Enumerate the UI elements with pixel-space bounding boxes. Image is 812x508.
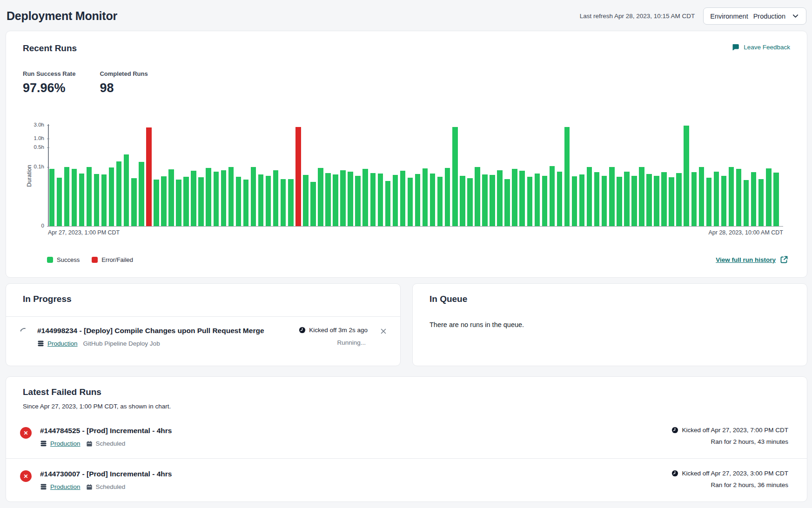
- run-bar[interactable]: [378, 174, 383, 226]
- run-bar[interactable]: [579, 174, 585, 226]
- run-bar[interactable]: [393, 175, 398, 226]
- run-bar[interactable]: [497, 170, 503, 226]
- run-bar[interactable]: [602, 176, 607, 227]
- run-bar[interactable]: [766, 168, 772, 226]
- run-bar[interactable]: [475, 167, 480, 226]
- run-bar[interactable]: [333, 174, 338, 227]
- run-bar[interactable]: [72, 169, 77, 227]
- run-bar[interactable]: [751, 172, 757, 226]
- run-bar[interactable]: [221, 170, 227, 226]
- close-icon[interactable]: [380, 328, 387, 335]
- run-bar[interactable]: [587, 167, 592, 226]
- run-bar[interactable]: [684, 126, 689, 227]
- run-bar[interactable]: [676, 173, 682, 226]
- run-bar[interactable]: [64, 167, 70, 226]
- run-bar[interactable]: [758, 179, 764, 226]
- run-bar[interactable]: [139, 162, 144, 226]
- run-bar[interactable]: [370, 173, 376, 226]
- run-bar[interactable]: [699, 167, 705, 226]
- run-bar[interactable]: [445, 168, 450, 226]
- run-bar[interactable]: [288, 179, 294, 226]
- run-bar[interactable]: [243, 180, 249, 226]
- environment-dropdown[interactable]: Environment Production: [703, 7, 806, 25]
- run-bar[interactable]: [168, 169, 174, 226]
- run-bar[interactable]: [490, 175, 495, 226]
- run-bar[interactable]: [631, 176, 637, 227]
- run-bar[interactable]: [557, 172, 563, 226]
- run-bar[interactable]: [512, 169, 517, 227]
- run-bar[interactable]: [572, 176, 577, 226]
- run-bar[interactable]: [519, 171, 525, 226]
- run-bar[interactable]: [109, 167, 114, 226]
- run-bar[interactable]: [661, 172, 667, 226]
- run-bar[interactable]: [355, 176, 361, 227]
- run-bar[interactable]: [266, 176, 271, 227]
- run-bar[interactable]: [325, 173, 331, 226]
- run-bar[interactable]: [303, 175, 309, 226]
- run-bar[interactable]: [116, 161, 122, 226]
- run-bar[interactable]: [362, 169, 368, 226]
- run-bar[interactable]: [706, 178, 712, 226]
- run-bar[interactable]: [310, 182, 316, 226]
- run-bar[interactable]: [49, 169, 55, 226]
- run-bar[interactable]: [101, 174, 107, 226]
- run-bar[interactable]: [452, 127, 458, 226]
- run-bar[interactable]: [550, 166, 555, 226]
- run-bar[interactable]: [214, 172, 219, 226]
- run-bar[interactable]: [281, 179, 286, 226]
- run-bar[interactable]: [527, 177, 533, 226]
- run-bar[interactable]: [564, 127, 570, 226]
- run-bar[interactable]: [408, 178, 413, 227]
- environment-link[interactable]: Production: [40, 440, 81, 447]
- run-bar[interactable]: [624, 172, 630, 226]
- run-bar[interactable]: [423, 168, 428, 226]
- run-bar[interactable]: [206, 168, 211, 227]
- run-bar[interactable]: [504, 179, 510, 226]
- run-bar[interactable]: [535, 174, 540, 226]
- run-bar[interactable]: [79, 174, 85, 226]
- run-bar[interactable]: [318, 168, 323, 226]
- run-bar[interactable]: [251, 167, 256, 226]
- run-bar[interactable]: [646, 174, 652, 226]
- run-bar[interactable]: [94, 174, 100, 226]
- run-bar[interactable]: [721, 176, 727, 227]
- run-bar[interactable]: [273, 170, 279, 226]
- run-bar[interactable]: [131, 178, 137, 226]
- run-bar[interactable]: [198, 177, 204, 226]
- run-bar[interactable]: [415, 174, 421, 226]
- run-bar[interactable]: [736, 169, 742, 226]
- run-bar[interactable]: [437, 177, 443, 226]
- run-bar[interactable]: [87, 167, 92, 226]
- run-bar[interactable]: [348, 172, 353, 226]
- run-bar[interactable]: [340, 170, 346, 226]
- run-bar[interactable]: [191, 171, 196, 226]
- run-bar[interactable]: [617, 177, 622, 226]
- run-bar[interactable]: [430, 174, 436, 226]
- run-bar[interactable]: [161, 176, 167, 226]
- run-bar[interactable]: [714, 172, 719, 226]
- run-bar[interactable]: [542, 176, 548, 227]
- environment-link[interactable]: Production: [37, 340, 78, 347]
- run-bar[interactable]: [400, 171, 406, 226]
- run-bar[interactable]: [385, 181, 391, 227]
- leave-feedback-link[interactable]: Leave Feedback: [731, 43, 790, 51]
- run-bar[interactable]: [467, 178, 473, 226]
- run-bar[interactable]: [124, 154, 129, 226]
- run-bar[interactable]: [154, 180, 159, 227]
- run-bar[interactable]: [744, 180, 749, 226]
- run-bar[interactable]: [729, 167, 734, 226]
- environment-link[interactable]: Production: [40, 483, 81, 490]
- run-bar[interactable]: [773, 173, 779, 226]
- run-bar[interactable]: [482, 174, 488, 226]
- run-bar[interactable]: [146, 127, 152, 226]
- run-bar[interactable]: [228, 167, 234, 226]
- run-bar[interactable]: [236, 177, 242, 226]
- run-bar[interactable]: [691, 172, 697, 226]
- run-bar[interactable]: [654, 176, 659, 227]
- run-bar[interactable]: [669, 177, 674, 226]
- run-bar[interactable]: [176, 180, 181, 226]
- run-bar[interactable]: [639, 167, 644, 226]
- run-bar[interactable]: [594, 172, 600, 226]
- run-bar[interactable]: [460, 176, 465, 227]
- run-bar[interactable]: [609, 167, 615, 226]
